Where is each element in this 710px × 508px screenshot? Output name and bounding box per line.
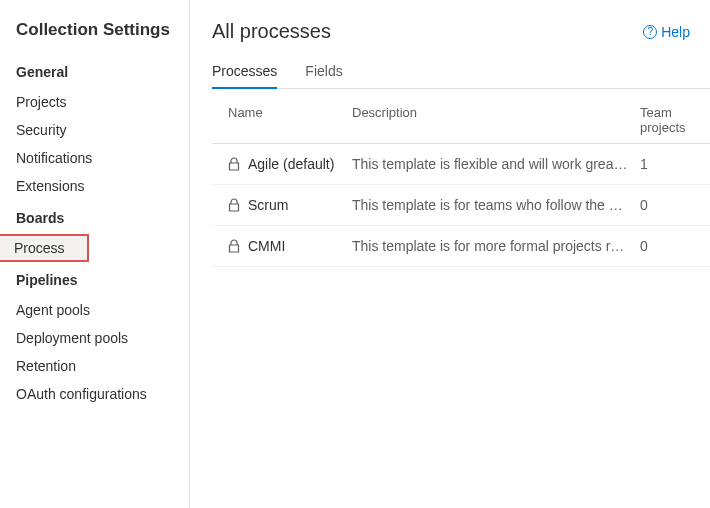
lock-icon xyxy=(228,198,240,212)
table-row[interactable]: Scrum This template is for teams who fol… xyxy=(212,185,710,226)
sidebar-section-boards: Boards xyxy=(0,200,189,234)
sidebar-item-oauth-configurations[interactable]: OAuth configurations xyxy=(0,380,189,408)
process-table: Name Description Team projects Agile (de… xyxy=(212,95,710,267)
lock-icon xyxy=(228,239,240,253)
main-content: All processes ? Help Processes Fields Na… xyxy=(190,0,710,508)
cell-description: This template is for teams who follow th… xyxy=(352,197,640,213)
tab-fields[interactable]: Fields xyxy=(305,57,342,89)
sidebar-item-deployment-pools[interactable]: Deployment pools xyxy=(0,324,189,352)
page-title: All processes xyxy=(212,20,331,43)
cell-name: Agile (default) xyxy=(248,156,334,172)
cell-count: 0 xyxy=(640,238,710,254)
col-header-team-projects[interactable]: Team projects xyxy=(640,105,710,135)
sidebar: Collection Settings General Projects Sec… xyxy=(0,0,190,508)
sidebar-item-process[interactable]: Process xyxy=(0,234,89,262)
cell-name: Scrum xyxy=(248,197,288,213)
table-row[interactable]: Agile (default) This template is flexibl… xyxy=(212,144,710,185)
sidebar-item-notifications[interactable]: Notifications xyxy=(0,144,189,172)
cell-count: 0 xyxy=(640,197,710,213)
lock-icon xyxy=(228,157,240,171)
col-header-name[interactable]: Name xyxy=(212,105,352,135)
sidebar-title: Collection Settings xyxy=(0,20,189,54)
sidebar-item-projects[interactable]: Projects xyxy=(0,88,189,116)
help-label: Help xyxy=(661,24,690,40)
tabs: Processes Fields xyxy=(212,57,710,89)
help-link[interactable]: ? Help xyxy=(643,24,690,40)
sidebar-item-retention[interactable]: Retention xyxy=(0,352,189,380)
help-icon: ? xyxy=(643,25,657,39)
cell-count: 1 xyxy=(640,156,710,172)
cell-description: This template is flexible and will work … xyxy=(352,156,640,172)
col-header-description[interactable]: Description xyxy=(352,105,640,135)
sidebar-section-pipelines: Pipelines xyxy=(0,262,189,296)
cell-description: This template is for more formal project… xyxy=(352,238,640,254)
sidebar-item-agent-pools[interactable]: Agent pools xyxy=(0,296,189,324)
table-header: Name Description Team projects xyxy=(212,95,710,144)
cell-name: CMMI xyxy=(248,238,285,254)
sidebar-section-general: General xyxy=(0,54,189,88)
sidebar-item-security[interactable]: Security xyxy=(0,116,189,144)
table-row[interactable]: CMMI This template is for more formal pr… xyxy=(212,226,710,267)
sidebar-item-extensions[interactable]: Extensions xyxy=(0,172,189,200)
tab-processes[interactable]: Processes xyxy=(212,57,277,89)
